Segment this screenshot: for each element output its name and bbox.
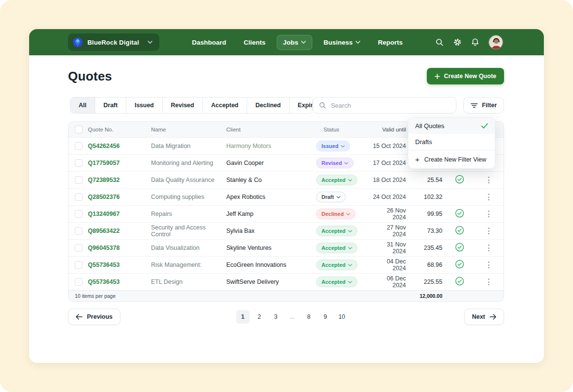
company-name: BlueRock Digital: [87, 39, 139, 46]
table-summary-row: 10 items per page 12,000.00: [68, 290, 504, 301]
table-row: Q13240967 Repairs Jeff Kamp Declined 26 …: [68, 205, 504, 222]
quote-number-link[interactable]: Q28502376: [88, 194, 151, 200]
status-pill[interactable]: Accepted: [316, 226, 357, 236]
page-number-8[interactable]: 8: [302, 310, 316, 324]
status-pill[interactable]: Accepted: [316, 260, 357, 270]
status-pill[interactable]: Revised: [316, 158, 354, 168]
quote-number-link[interactable]: Q96045378: [88, 245, 151, 251]
page-number-9[interactable]: 9: [319, 310, 332, 324]
table-toolbar: All Draft Issued Revised Accepted Declin…: [70, 97, 504, 114]
quote-name: Monitoring and Alerting: [151, 160, 226, 166]
tab-all[interactable]: All: [70, 98, 95, 113]
page-number-1[interactable]: 1: [236, 310, 250, 324]
create-new-quote-button[interactable]: Create New Quote: [427, 68, 504, 84]
page-number-10[interactable]: 10: [335, 310, 349, 324]
quote-number-link[interactable]: Q17759057: [88, 160, 151, 166]
row-checkbox[interactable]: [75, 159, 83, 167]
search-input[interactable]: [331, 102, 450, 109]
quote-amount: 99.95: [408, 211, 445, 217]
valid-until-date: 06 Dec 2024: [372, 275, 408, 289]
row-menu-kebab[interactable]: [474, 192, 504, 202]
quote-number-link[interactable]: Q13240967: [88, 211, 151, 217]
row-checkbox[interactable]: [75, 261, 83, 269]
filter-option-all-quotes[interactable]: All Quotes: [408, 118, 495, 134]
row-checkbox[interactable]: [75, 193, 83, 201]
row-menu-kebab[interactable]: [474, 209, 504, 219]
quote-number-link[interactable]: Q55736453: [88, 278, 151, 285]
row-checkbox[interactable]: [75, 278, 83, 286]
filter-button[interactable]: Filter: [463, 97, 504, 114]
company-switcher[interactable]: BlueRock Digital: [68, 33, 159, 51]
row-menu-kebab[interactable]: [474, 226, 504, 236]
status-pill[interactable]: Declined: [316, 209, 355, 219]
chevron-down-icon: [344, 162, 348, 164]
status-pill[interactable]: Issued: [316, 141, 350, 151]
client-name: Apex Robotics: [226, 194, 316, 200]
previous-page-button[interactable]: Previous: [68, 309, 120, 325]
chevron-down-icon: [348, 230, 352, 232]
filter-dropdown-menu: All Quotes Drafts + Create New Filter Vi…: [408, 117, 495, 169]
nav-item-clients[interactable]: Clients: [237, 35, 272, 50]
quote-amount: 235.45: [408, 245, 445, 251]
status-pill[interactable]: Draft: [316, 192, 346, 202]
row-checkbox[interactable]: [75, 227, 83, 235]
row-menu-kebab[interactable]: [474, 277, 504, 287]
tab-draft[interactable]: Draft: [95, 98, 126, 113]
quote-amount: 102.32: [408, 194, 445, 200]
row-checkbox[interactable]: [75, 176, 83, 184]
status-pill[interactable]: Accepted: [316, 277, 357, 287]
create-new-filter-view[interactable]: + Create New Filter View: [408, 150, 495, 168]
arrow-left-icon: [76, 314, 83, 320]
app-window: BlueRock Digital Dashboard Clients Jobs …: [29, 29, 544, 363]
filter-option-drafts[interactable]: Drafts: [408, 134, 495, 150]
next-page-button[interactable]: Next: [464, 309, 504, 325]
nav-item-business[interactable]: Business: [317, 35, 367, 50]
row-checkbox[interactable]: [75, 210, 83, 218]
row-menu-kebab[interactable]: [474, 243, 504, 253]
nav-item-reports[interactable]: Reports: [371, 35, 409, 50]
status-pill[interactable]: Accepted: [316, 175, 357, 185]
chevron-down-icon: [348, 179, 352, 181]
nav-item-jobs[interactable]: Jobs: [277, 35, 313, 50]
select-all-checkbox[interactable]: [75, 126, 83, 133]
chevron-down-icon: [341, 145, 345, 147]
tab-accepted[interactable]: Accepted: [202, 98, 247, 113]
tab-expired[interactable]: Expired: [289, 98, 313, 113]
row-checkbox[interactable]: [75, 142, 83, 150]
approved-check-icon: [455, 209, 464, 219]
chevron-down-icon: [337, 196, 340, 198]
client-name: Skyline Ventures: [226, 245, 316, 251]
table-row: Q28502376 Computing supplies Apex Roboti…: [68, 188, 504, 205]
approved-check-icon: [455, 175, 464, 185]
quote-name: ETL Design: [151, 278, 226, 285]
page-content: Quotes Create New Quote All Draft Issued…: [29, 55, 544, 325]
page-number-3[interactable]: 3: [269, 310, 283, 324]
nav-item-dashboard[interactable]: Dashboard: [185, 35, 233, 50]
tab-issued[interactable]: Issued: [126, 98, 162, 113]
status-pill[interactable]: Accepted: [316, 243, 357, 253]
search-icon[interactable]: [436, 38, 444, 47]
chevron-down-icon: [348, 264, 352, 266]
chevron-down-icon: [348, 247, 352, 249]
tab-declined[interactable]: Declined: [247, 98, 289, 113]
gear-icon[interactable]: [453, 38, 462, 47]
valid-until-date: 15 Oct 2024: [372, 143, 408, 149]
quote-number-link[interactable]: Q55736453: [88, 261, 151, 268]
page-number-2[interactable]: 2: [253, 310, 266, 324]
client-name: EcoGreen Innovations: [226, 261, 316, 268]
column-header-status: Status: [316, 127, 372, 132]
row-menu-kebab[interactable]: [474, 260, 504, 270]
search-field[interactable]: [313, 97, 456, 114]
row-checkbox[interactable]: [75, 244, 83, 252]
user-avatar[interactable]: [489, 35, 503, 49]
approved-check-icon: [455, 260, 464, 270]
quote-number-link[interactable]: Q54262456: [88, 143, 151, 149]
tab-revised[interactable]: Revised: [162, 98, 202, 113]
quote-number-link[interactable]: Q89563422: [88, 228, 151, 234]
row-menu-kebab[interactable]: [474, 175, 504, 185]
table-row: Q89563422 Security and Access Control Sy…: [68, 222, 504, 239]
bell-icon[interactable]: [471, 38, 479, 47]
valid-until-date: 17 Oct 2024: [372, 160, 408, 166]
quote-number-link[interactable]: Q72389532: [88, 177, 151, 183]
table-row: Q72389532 Data Quality Assurance Stanley…: [68, 171, 504, 188]
